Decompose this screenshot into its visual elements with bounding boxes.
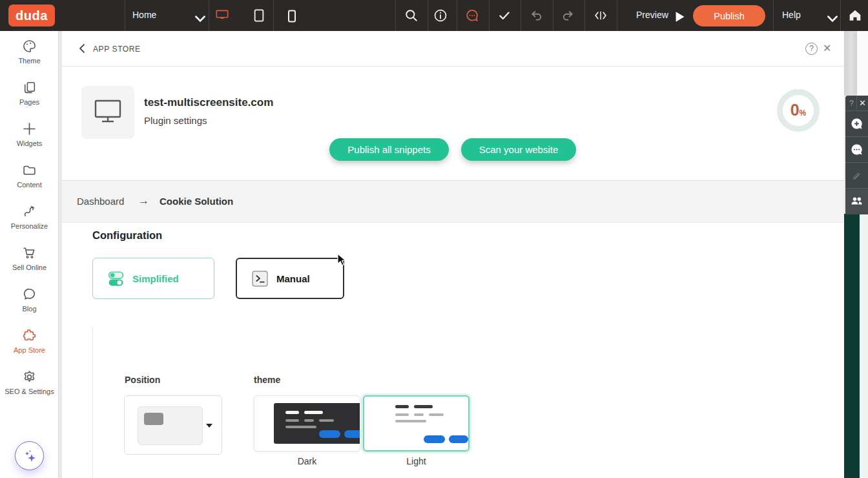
team-button[interactable] [845, 189, 868, 214]
dock-close-icon[interactable]: ✕ [859, 98, 866, 108]
progress-unit: % [800, 109, 807, 118]
mode-card-manual[interactable]: Manual [236, 258, 344, 299]
check-icon[interactable] [498, 9, 511, 22]
duda-logo[interactable]: duda [8, 5, 55, 26]
publish-button[interactable]: Publish [693, 5, 765, 26]
info-icon[interactable] [434, 9, 447, 22]
ai-assistant-button[interactable] [15, 441, 44, 470]
brush-disabled-button[interactable] [845, 163, 868, 189]
chevron-down-icon[interactable] [826, 12, 839, 25]
plus-icon [22, 121, 37, 136]
sidebar-item-personalize[interactable]: Personalize [0, 204, 59, 243]
sidebar-item-app-store[interactable]: App Store [0, 328, 59, 367]
theme-label: theme [254, 375, 280, 385]
section-title: Configuration [92, 229, 162, 242]
position-label: Position [125, 375, 160, 385]
play-icon[interactable] [674, 10, 687, 23]
sidebar-item-pages[interactable]: Pages [0, 80, 59, 119]
breadcrumb-arrow-icon: → [138, 194, 149, 207]
divider [617, 0, 617, 31]
page-selector[interactable]: Home [132, 10, 156, 20]
site-thumbnail [81, 86, 134, 139]
chat-icon[interactable] [466, 9, 479, 22]
comments-icon [851, 143, 863, 156]
mobile-icon[interactable] [285, 10, 298, 23]
folder-icon [22, 163, 37, 178]
toggles-icon [107, 270, 125, 287]
team-icon [850, 195, 863, 207]
cart-icon [22, 245, 37, 260]
sidebar-item-sell-online[interactable]: Sell Online [0, 245, 59, 284]
redo-icon[interactable] [562, 9, 575, 22]
app-store-panel: APP STORE ? ✕ test-multiscreensite.com P… [62, 31, 844, 478]
page-title: Plugin settings [144, 115, 207, 126]
sidebar-item-theme[interactable]: Theme [0, 39, 59, 78]
site-name: test-multiscreensite.com [144, 96, 273, 109]
close-icon[interactable]: ✕ [823, 42, 831, 54]
code-icon[interactable] [594, 9, 607, 22]
collapsed-panel-edge [857, 31, 868, 96]
progress-ring: 0% [777, 89, 820, 132]
preview-button-pill [449, 435, 468, 443]
site-preview-edge-light [860, 214, 868, 478]
theme-option-light[interactable] [363, 395, 470, 452]
banner-preview-dark [274, 403, 360, 444]
divider [92, 326, 93, 478]
undo-icon[interactable] [530, 9, 542, 22]
tablet-icon[interactable] [253, 9, 265, 22]
divider [457, 0, 457, 31]
sidebar-item-seo-settings[interactable]: SEO & Settings [0, 369, 59, 408]
sidebar-item-content[interactable]: Content [0, 163, 59, 202]
help-icon[interactable]: ? [805, 43, 818, 55]
breadcrumb-current: Cookie Solution [160, 196, 233, 207]
preview-button-pill [344, 430, 360, 438]
back-icon[interactable] [78, 43, 86, 54]
home-icon[interactable] [849, 9, 862, 22]
preview-button-pill [424, 435, 445, 443]
monitor-icon [94, 99, 121, 125]
search-icon[interactable] [405, 9, 418, 22]
sidebar-item-widgets[interactable]: Widgets [0, 121, 59, 160]
mode-label: Simplified [132, 273, 179, 284]
mode-card-simplified[interactable]: Simplified [92, 258, 214, 299]
panel-header: APP STORE ? ✕ [62, 31, 844, 67]
app-window: duda Home [0, 0, 868, 478]
desktop-icon[interactable] [216, 8, 229, 21]
divider [856, 96, 857, 111]
position-select[interactable] [124, 395, 222, 455]
brush-disabled-icon [851, 169, 863, 182]
add-comment-icon [851, 118, 863, 130]
site-preview-edge [843, 214, 860, 478]
add-comment-button[interactable] [845, 111, 868, 137]
breadcrumb-app-store[interactable]: APP STORE [93, 45, 141, 54]
comments-button[interactable] [845, 137, 868, 163]
terminal-icon [251, 270, 269, 287]
sparkle-icon [21, 448, 38, 464]
dock-header: ? ✕ [845, 96, 868, 111]
divider [273, 0, 274, 31]
dropdown-caret-icon [206, 424, 212, 428]
chat-bubble-icon [22, 287, 37, 302]
breadcrumb-dashboard[interactable]: Dashboard [77, 196, 124, 207]
gear-icon [22, 369, 37, 384]
dock-help-icon[interactable]: ? [849, 99, 854, 108]
scan-website-button[interactable]: Scan your website [461, 138, 576, 161]
publish-all-snippets-button[interactable]: Publish all snippets [329, 138, 449, 161]
theme-caption-light: Light [363, 456, 470, 466]
divider [840, 0, 841, 31]
preview-button[interactable]: Preview [636, 10, 668, 20]
sidebar-item-blog[interactable]: Blog [0, 287, 59, 326]
divider [521, 0, 521, 31]
divider [773, 0, 774, 31]
theme-option-dark[interactable] [254, 395, 360, 452]
mode-label: Manual [276, 273, 310, 284]
theme-caption-dark: Dark [254, 456, 360, 466]
preview-button-pill [319, 430, 340, 438]
chevron-down-icon[interactable] [194, 12, 207, 25]
personalize-icon [22, 204, 37, 219]
help-menu[interactable]: Help [782, 10, 801, 20]
position-preview [138, 406, 203, 445]
progress-value: 0 [790, 101, 800, 119]
palette-icon [22, 39, 37, 54]
pages-icon [22, 80, 37, 95]
